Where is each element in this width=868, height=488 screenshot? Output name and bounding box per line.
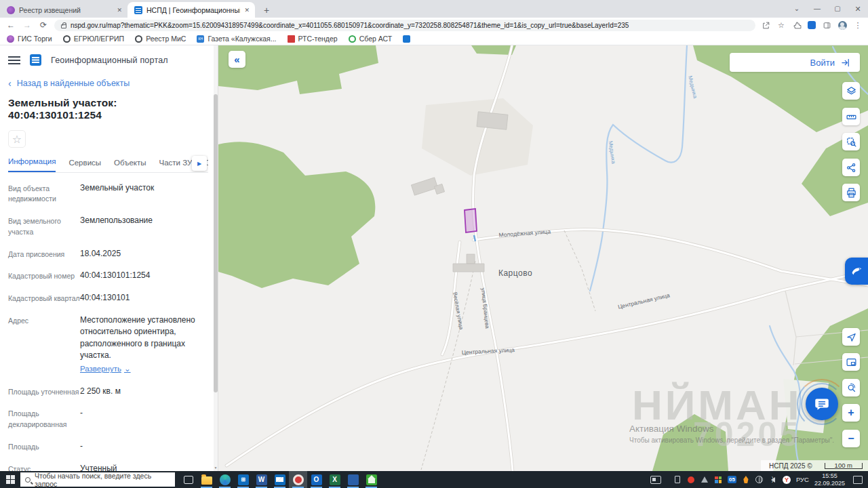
browser-tab-nspd[interactable]: НСПД | Геоинформационный п ✕ (127, 2, 255, 18)
address-bar[interactable]: nspd.gov.ru/map?thematic=PKK&zoom=15.620… (54, 20, 755, 31)
excel-button[interactable]: X (326, 471, 344, 488)
bookmark-egrul[interactable]: ЕГРЮЛ/ЕГРИП (63, 35, 124, 43)
print-button[interactable] (842, 184, 860, 201)
extensions-icon[interactable] (792, 20, 802, 30)
scrollbar-down-arrow[interactable]: ▼ (214, 466, 218, 470)
reload-icon[interactable]: ⟳ (38, 20, 49, 30)
profile-icon[interactable] (837, 20, 847, 30)
bookmark-icon (135, 35, 142, 43)
forward-icon[interactable]: → (22, 20, 33, 30)
network-globe-icon[interactable] (755, 475, 764, 485)
back-icon[interactable]: ← (5, 20, 16, 30)
login-arrow-icon (840, 58, 852, 68)
security-tray-icon[interactable] (714, 475, 722, 485)
bookmark-doc[interactable] (403, 35, 410, 43)
sidebar-panel-icon[interactable] (822, 20, 831, 30)
new-tab-button[interactable]: + (259, 3, 274, 18)
volume-icon[interactable] (769, 475, 777, 485)
measure-button[interactable] (842, 108, 860, 125)
geolocation-button[interactable] (842, 328, 860, 346)
mail-button[interactable] (271, 471, 289, 488)
layers-button[interactable] (842, 82, 860, 100)
home-app-button[interactable] (362, 471, 380, 488)
chat-button[interactable] (806, 388, 838, 420)
bookmark-icon (7, 35, 14, 43)
tab-close-icon[interactable]: ✕ (244, 7, 250, 14)
nspd-panel-button[interactable] (845, 258, 868, 285)
chat-bubble-icon (813, 395, 831, 413)
usb-tray-icon[interactable] (673, 475, 682, 485)
edge-button[interactable] (216, 471, 234, 488)
tab-services[interactable]: Сервисы (68, 159, 101, 172)
o5-tray-icon[interactable]: 05 (728, 475, 736, 485)
mail-icon (275, 474, 285, 485)
sidebar-collapse-button[interactable]: « (229, 51, 245, 68)
tab-search-icon[interactable]: ⌄ (787, 0, 807, 18)
bookmark-reestr-mis[interactable]: Реестр МиС (135, 35, 186, 43)
close-button[interactable]: ✕ (848, 0, 868, 18)
bookmark-gazeta[interactable]: КНГазета «Калужская... (197, 35, 276, 43)
tab-parts[interactable]: Части ЗУ (159, 159, 193, 172)
store-button[interactable]: ⊞ (234, 471, 252, 488)
browser-menu-icon[interactable]: ⋮ (853, 20, 863, 30)
start-button[interactable] (0, 471, 20, 488)
share-icon[interactable] (761, 20, 770, 30)
map-area[interactable]: Карцово Молодёжная улица Центральная ули… (218, 45, 868, 471)
scrollbar-thumb[interactable] (214, 94, 218, 392)
system-tray: 05 Y РУС 15:55 22.09.2025 (650, 472, 868, 487)
place-label: Карцово (498, 268, 532, 278)
red-app-tray-icon[interactable] (687, 475, 695, 485)
clock[interactable]: 15:55 22.09.2025 (814, 472, 845, 487)
favorite-star-button[interactable]: ☆ (8, 130, 26, 148)
tab-information[interactable]: Информация (8, 157, 56, 172)
minimize-button[interactable]: — (807, 0, 827, 18)
attribution-text: НСПД 2025 © (769, 462, 812, 470)
share-icon (846, 162, 857, 174)
zoom-out-button[interactable]: − (842, 430, 860, 447)
tabs-scroll-right-button[interactable]: ▶ (192, 156, 207, 171)
back-to-results-link[interactable]: ‹ Назад в найденные объекты (8, 79, 208, 88)
tab-close-icon[interactable]: ✕ (117, 7, 122, 14)
bookmark-gis-torgi[interactable]: ГИС Торги (7, 35, 52, 43)
grid-app-button[interactable] (344, 471, 362, 488)
flame-tray-icon[interactable] (742, 475, 750, 485)
taskbar-search[interactable]: Чтобы начать поиск, введите здесь запрос (20, 472, 175, 487)
windows-taskbar: Чтобы начать поиск, введите здесь запрос… (0, 471, 868, 488)
yandex-tray-icon[interactable]: Y (783, 475, 791, 485)
bookmark-rts-tender[interactable]: РТС-тендер (288, 35, 338, 43)
task-view-button[interactable] (179, 471, 197, 488)
outlook-icon: O (311, 474, 322, 485)
tab-favicon (7, 6, 15, 14)
map-canvas[interactable]: Карцово Молодёжная улица Центральная ули… (218, 45, 868, 471)
word-button[interactable]: W (252, 471, 271, 488)
outlook-button[interactable]: O (307, 471, 326, 488)
search-circle-icon (846, 382, 857, 394)
scale-bar: 100 m (825, 463, 863, 469)
hamburger-menu-icon[interactable] (8, 56, 20, 64)
bookmark-icon (403, 35, 410, 43)
browser-tabstrip: Реестр извещений ✕ НСПД | Геоинформацион… (0, 0, 868, 18)
sidebar-scrollbar[interactable]: ▼ (214, 45, 218, 471)
active-app-button[interactable] (289, 471, 307, 488)
news-widget-icon[interactable] (650, 476, 661, 484)
tab-objects[interactable]: Объекты (114, 159, 146, 172)
clock-date: 22.09.2025 (814, 480, 845, 487)
bookmark-sber-ast[interactable]: Сбер АСТ (349, 35, 393, 43)
expand-address-link[interactable]: Развернуть⌄ (80, 363, 131, 375)
minimap-icon (846, 357, 857, 368)
browser-tab-registry[interactable]: Реестр извещений ✕ (0, 2, 127, 18)
chat-widget[interactable] (806, 388, 838, 420)
login-button[interactable]: Войти (730, 53, 860, 72)
area-search-button[interactable] (842, 133, 860, 150)
language-indicator[interactable]: РУС (796, 476, 809, 483)
maximize-button[interactable]: ▢ (827, 0, 848, 18)
notification-center-icon[interactable] (853, 476, 863, 484)
extension-app-icon[interactable] (808, 21, 816, 29)
location-arrow-icon (846, 331, 857, 343)
file-explorer-button[interactable] (197, 471, 216, 488)
bookmark-star-icon[interactable]: ☆ (776, 20, 786, 30)
address-value: Местоположение установлено относительно … (80, 314, 208, 362)
minimap-button[interactable] (842, 353, 860, 371)
gray-app-tray-icon[interactable] (701, 475, 709, 485)
share-map-button[interactable] (842, 159, 860, 176)
